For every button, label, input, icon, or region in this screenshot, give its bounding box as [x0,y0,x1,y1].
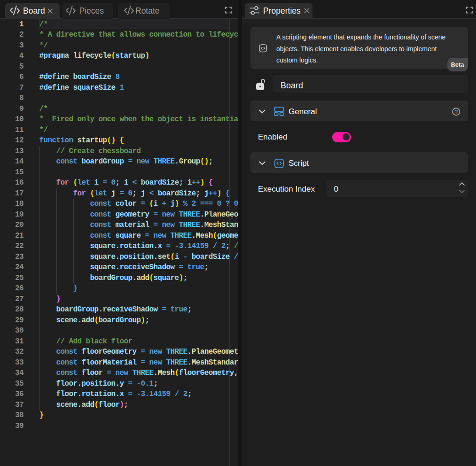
svg-text:?: ? [454,109,457,115]
